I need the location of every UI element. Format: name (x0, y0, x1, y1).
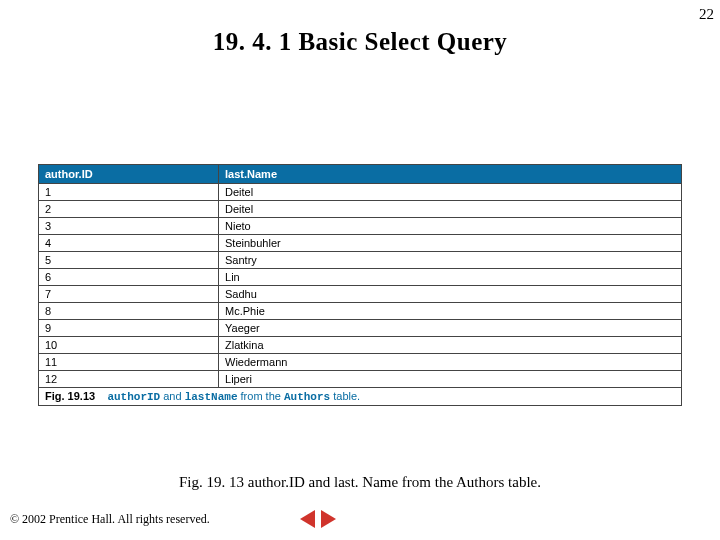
cell-id: 9 (39, 320, 219, 337)
col-header-lastname: last.Name (219, 165, 682, 184)
col-header-authorid: author.ID (39, 165, 219, 184)
cell-id: 12 (39, 371, 219, 388)
table-row: 10Zlatkina (39, 337, 682, 354)
table-row: 8Mc.Phie (39, 303, 682, 320)
table-row: 4Steinbuhler (39, 235, 682, 252)
table-header-row: author.ID last.Name (39, 165, 682, 184)
figure-caption: Fig. 19. 13 author.ID and last. Name fro… (0, 474, 720, 491)
authors-table: author.ID last.Name 1Deitel 2Deitel 3Nie… (38, 164, 682, 406)
table-caption-row: Fig. 19.13 authorID and lastName from th… (39, 388, 682, 406)
cell-id: 4 (39, 235, 219, 252)
table-row: 5Santry (39, 252, 682, 269)
prev-button-icon[interactable] (300, 510, 315, 528)
caption-text: from the (241, 390, 284, 402)
cell-id: 6 (39, 269, 219, 286)
caption-code: Authors (284, 391, 330, 403)
caption-fig-tag: Fig. 19.13 (45, 390, 95, 402)
cell-name: Wiedermann (219, 354, 682, 371)
table-row: 7Sadhu (39, 286, 682, 303)
cell-id: 5 (39, 252, 219, 269)
copyright-text: © 2002 Prentice Hall. All rights reserve… (10, 512, 210, 527)
cell-name: Lin (219, 269, 682, 286)
caption-text: table. (333, 390, 360, 402)
table-row: 6Lin (39, 269, 682, 286)
cell-name: Sadhu (219, 286, 682, 303)
cell-name: Steinbuhler (219, 235, 682, 252)
cell-name: Deitel (219, 184, 682, 201)
cell-id: 7 (39, 286, 219, 303)
cell-name: Yaeger (219, 320, 682, 337)
table-row: 1Deitel (39, 184, 682, 201)
cell-name: Deitel (219, 201, 682, 218)
cell-id: 11 (39, 354, 219, 371)
cell-id: 1 (39, 184, 219, 201)
cell-name: Nieto (219, 218, 682, 235)
table-row: 2Deitel (39, 201, 682, 218)
caption-code: lastName (185, 391, 238, 403)
cell-id: 10 (39, 337, 219, 354)
cell-name: Santry (219, 252, 682, 269)
slide-title: 19. 4. 1 Basic Select Query (0, 28, 720, 56)
cell-name: Liperi (219, 371, 682, 388)
table-row: 12Liperi (39, 371, 682, 388)
table-row: 3Nieto (39, 218, 682, 235)
footer: © 2002 Prentice Hall. All rights reserve… (10, 510, 336, 528)
table-container: author.ID last.Name 1Deitel 2Deitel 3Nie… (38, 164, 682, 406)
cell-name: Zlatkina (219, 337, 682, 354)
page-number: 22 (699, 6, 714, 23)
cell-id: 3 (39, 218, 219, 235)
nav-buttons (300, 510, 336, 528)
cell-id: 2 (39, 201, 219, 218)
cell-name: Mc.Phie (219, 303, 682, 320)
caption-text: and (163, 390, 184, 402)
table-row: 11Wiedermann (39, 354, 682, 371)
cell-id: 8 (39, 303, 219, 320)
table-row: 9Yaeger (39, 320, 682, 337)
caption-code: authorID (107, 391, 160, 403)
next-button-icon[interactable] (321, 510, 336, 528)
